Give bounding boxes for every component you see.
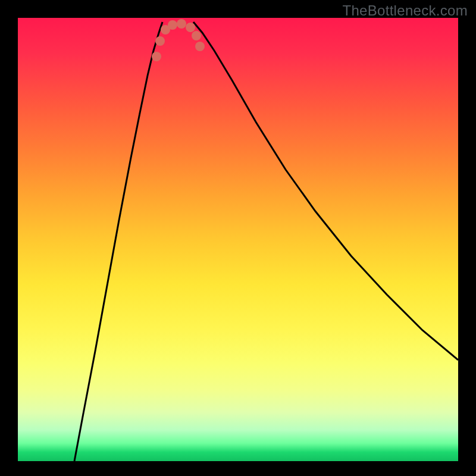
optimal-dot xyxy=(155,36,165,46)
optimal-dot xyxy=(192,31,201,40)
plot-area xyxy=(18,18,458,461)
optimal-dot xyxy=(152,52,161,61)
optimal-dot xyxy=(186,23,195,32)
chart-frame: TheBottleneck.com xyxy=(0,0,476,476)
optimal-dot xyxy=(177,19,186,29)
optimal-marker xyxy=(18,18,458,461)
optimal-marker-dots xyxy=(152,19,205,61)
watermark-label: TheBottleneck.com xyxy=(342,2,468,19)
optimal-dot xyxy=(168,20,177,30)
optimal-dot xyxy=(195,42,205,51)
